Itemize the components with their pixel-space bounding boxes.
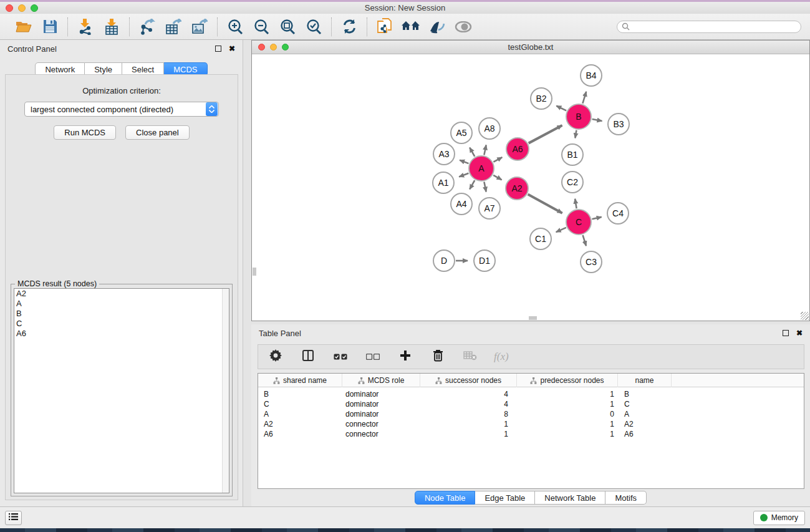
close-table-panel-icon[interactable]: ✖ [796, 330, 803, 336]
graph-node-C2[interactable]: C2 [561, 171, 584, 193]
column-settings-button[interactable] [299, 348, 317, 365]
vertical-scroll-thumb[interactable] [253, 268, 256, 276]
graph-node-C3[interactable]: C3 [580, 251, 602, 273]
apply-style-button[interactable] [340, 18, 358, 36]
export-network-button[interactable] [138, 18, 156, 36]
unselect-all-button[interactable] [364, 348, 382, 365]
zoom-window-button[interactable] [31, 4, 38, 12]
table-row[interactable]: Bdominator41B [258, 387, 804, 399]
table-cell[interactable]: 4 [420, 389, 517, 399]
table-cell[interactable]: 1 [517, 419, 618, 429]
table-row[interactable]: A2connector11A2 [258, 419, 804, 429]
clone-network-button[interactable] [376, 18, 393, 36]
network-close-button[interactable] [258, 44, 265, 51]
edge-A-A7[interactable] [484, 182, 486, 192]
zoom-fit-button[interactable] [279, 18, 296, 36]
resize-grip[interactable] [801, 312, 809, 320]
edge-A6-B[interactable] [529, 125, 562, 143]
graph-node-B2[interactable]: B2 [530, 87, 552, 110]
task-history-button[interactable] [5, 511, 22, 525]
table-cell[interactable]: dominator [342, 399, 420, 409]
graph-node-C[interactable]: C [566, 209, 592, 235]
result-item[interactable]: A2 [14, 289, 229, 299]
graph-node-C1[interactable]: C1 [529, 228, 552, 250]
close-panel-icon[interactable]: ✖ [229, 46, 235, 52]
edge-C-C1[interactable] [556, 228, 566, 232]
graph-node-B3[interactable]: B3 [607, 113, 630, 135]
graph-node-A[interactable]: A [468, 155, 494, 181]
table-cell[interactable]: A2 [258, 419, 342, 429]
tab-edge-table[interactable]: Edge Table [475, 491, 535, 505]
graph-node-B[interactable]: B [566, 104, 592, 130]
select-all-button[interactable] [332, 348, 349, 365]
graph-node-A8[interactable]: A8 [478, 117, 501, 140]
memory-button[interactable]: Memory [753, 511, 805, 525]
close-panel-button[interactable]: Close panel [125, 125, 190, 140]
table-cell[interactable]: 1 [420, 429, 517, 439]
zoom-in-button[interactable] [226, 18, 244, 36]
result-item[interactable]: C [14, 319, 229, 329]
mcds-result-list[interactable]: A2ABCA6 [14, 288, 229, 493]
edge-C-C2[interactable] [575, 199, 576, 209]
graph-node-D1[interactable]: D1 [473, 249, 496, 272]
search-input[interactable] [632, 22, 796, 31]
result-item[interactable]: B [14, 309, 229, 319]
table-cell[interactable]: 8 [420, 409, 517, 419]
column-header-predecessor-nodes[interactable]: predecessor nodes [517, 374, 618, 387]
run-mcds-button[interactable]: Run MCDS [54, 125, 116, 140]
edge-A-A8[interactable] [484, 145, 486, 155]
table-cell[interactable]: A2 [618, 419, 672, 429]
graph-node-A3[interactable]: A3 [433, 143, 455, 165]
tab-motifs[interactable]: Motifs [605, 491, 647, 505]
graph-node-A1[interactable]: A1 [432, 172, 455, 194]
delete-column-button[interactable] [429, 348, 446, 365]
edge-B-B4[interactable] [582, 92, 586, 104]
network-zoom-button[interactable] [282, 44, 289, 51]
manage-networks-button[interactable] [402, 18, 420, 36]
table-cell[interactable]: connector [342, 429, 420, 439]
edge-A-A3[interactable] [460, 160, 468, 163]
edge-A-A2[interactable] [493, 175, 501, 180]
table-cell[interactable]: 0 [517, 409, 618, 419]
column-header-shared-name[interactable]: shared name [258, 374, 342, 387]
table-cell[interactable]: B [258, 389, 342, 399]
edge-B-B1[interactable] [575, 130, 576, 138]
float-panel-icon[interactable] [215, 46, 221, 52]
table-cell[interactable]: 1 [517, 389, 618, 399]
table-cell[interactable]: dominator [342, 409, 420, 419]
column-header-successor-nodes[interactable]: successor nodes [420, 374, 517, 387]
table-cell[interactable]: 4 [420, 399, 517, 409]
table-row[interactable]: Cdominator41C [258, 399, 804, 409]
import-table-button[interactable] [103, 18, 120, 36]
edge-B-B3[interactable] [592, 119, 602, 121]
table-cell[interactable]: A6 [258, 429, 342, 439]
zoom-selected-button[interactable] [305, 18, 322, 36]
table-cell[interactable]: A [618, 409, 672, 419]
minimize-window-button[interactable] [18, 4, 26, 12]
graph-node-A6[interactable]: A6 [506, 137, 529, 161]
export-table-button[interactable] [165, 18, 182, 36]
graph-node-A2[interactable]: A2 [505, 177, 529, 200]
edge-C-C4[interactable] [592, 217, 601, 219]
create-column-button[interactable] [397, 348, 414, 365]
delete-table-button[interactable] [461, 348, 479, 365]
horizontal-scroll-thumb[interactable] [529, 316, 537, 320]
edge-A-A4[interactable] [470, 180, 475, 189]
edge-C-C3[interactable] [583, 235, 586, 246]
network-canvas[interactable]: B4B2BB3A5A8A6A3B1AA1C2A2A4A7C4CC1C3DD1 [252, 54, 809, 321]
edge-A-A1[interactable] [459, 173, 468, 177]
table-cell[interactable]: A6 [618, 429, 672, 439]
table-cell[interactable]: 1 [517, 399, 618, 409]
table-settings-button[interactable] [267, 348, 284, 365]
close-window-button[interactable] [6, 4, 13, 12]
graph-node-B4[interactable]: B4 [580, 64, 602, 87]
table-row[interactable]: Adominator80A [258, 409, 804, 419]
table-cell[interactable]: C [258, 399, 342, 409]
network-minimize-button[interactable] [270, 44, 277, 51]
tab-node-table[interactable]: Node Table [415, 491, 476, 505]
function-builder-button[interactable]: f(x) [494, 351, 509, 363]
table-row[interactable]: A6connector11A6 [258, 429, 804, 439]
graph-node-A5[interactable]: A5 [450, 122, 473, 144]
float-table-panel-icon[interactable] [783, 330, 789, 336]
tab-network-table[interactable]: Network Table [535, 491, 605, 505]
